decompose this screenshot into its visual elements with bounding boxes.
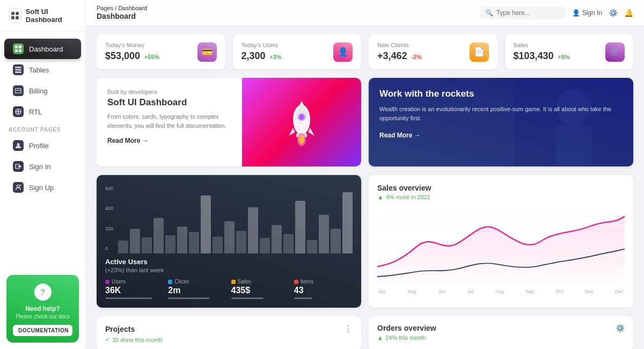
settings-icon[interactable]: ⚙️	[609, 9, 618, 17]
profile-icon	[13, 140, 24, 151]
projects-menu-icon[interactable]: ⋮	[344, 324, 353, 334]
sidebar-item-dashboard[interactable]: Dashboard	[4, 39, 81, 59]
proj-orders-row: Projects ⋮ ✓ 30 done this month Orders o…	[97, 316, 633, 349]
user-icon: 👤	[572, 9, 580, 17]
rtl-icon	[13, 106, 24, 117]
mid-row: Built by developers Soft UI Dashboard Fr…	[97, 78, 633, 166]
stat-change: -2%	[411, 54, 422, 60]
stat-label-row: Clicks	[168, 279, 226, 285]
sidebar-item-label: Billing	[29, 87, 48, 95]
promo-desc: From colors, cards, typography to comple…	[107, 112, 241, 130]
sidebar-item-profile[interactable]: Profile	[4, 135, 81, 156]
sidebar-item-label: Sign In	[29, 163, 50, 171]
sidebar: Soft UI Dashboard Dashboard Tables Billi…	[0, 0, 86, 349]
search-box[interactable]: 🔍	[480, 6, 566, 19]
help-icon: ?	[34, 283, 52, 301]
stat-card-clients: New Clients +3,462 -2% 📄	[369, 34, 497, 69]
orders-settings-icon[interactable]: ⚙️	[616, 324, 625, 332]
line-chart	[377, 206, 625, 287]
sidebar-item-billing[interactable]: Billing	[4, 81, 81, 101]
bottom-row: 6004002000	[97, 175, 633, 308]
sidebar-item-label: Tables	[29, 66, 49, 74]
y-axis: 6004002000	[105, 184, 113, 253]
promo-read-more[interactable]: Read More →	[107, 137, 149, 144]
svg-rect-7	[19, 49, 21, 52]
stat-label: Today's Users	[241, 42, 282, 48]
stat-value: +3,462	[377, 50, 407, 61]
logo-icon	[9, 8, 21, 23]
stat-info: New Clients +3,462 -2%	[377, 42, 422, 62]
stat-dot	[231, 280, 236, 284]
active-users-info: Active Users (+23%) than last week	[105, 258, 353, 273]
orders-header: Orders overview ⚙️	[377, 324, 625, 332]
chart-stat-items: Items 43	[294, 279, 353, 299]
stat-value: $53,000	[105, 50, 140, 61]
stat-info: Sales $103,430 +5%	[514, 42, 570, 62]
users-icon: 👤	[333, 42, 353, 62]
stat-dot	[105, 280, 109, 284]
stat-value-row: $53,000 +55%	[105, 50, 159, 62]
promo-title: Soft UI Dashboard	[107, 97, 241, 108]
sales-overview-card: Sales overview ▲ 4% more in 2021	[369, 175, 633, 308]
stat-label: Sales	[514, 42, 570, 48]
stat-dot	[168, 280, 172, 284]
bar-chart	[118, 189, 353, 253]
search-icon: 🔍	[485, 9, 493, 17]
topbar-right: 🔍 👤 Sign In ⚙️ 🔔	[480, 6, 633, 19]
svg-rect-5	[19, 46, 21, 48]
orders-title: Orders overview	[377, 324, 436, 332]
stat-change: +5%	[558, 54, 569, 60]
orders-overview-card: Orders overview ⚙️ ▲ 24% this month	[369, 316, 633, 349]
help-subtitle: Please check our docs	[13, 314, 72, 319]
stat-card-users: Today's Users 2,300 +3% 👤	[233, 34, 362, 69]
tables-icon	[13, 64, 24, 75]
stat-label-row: Sales	[231, 279, 290, 285]
documentation-button[interactable]: DOCUMENTATION	[13, 325, 72, 336]
stat-value: 2,300	[241, 50, 266, 61]
sidebar-item-label: Dashboard	[29, 45, 63, 53]
dashboard-icon	[13, 43, 24, 54]
sidebar-nav: Dashboard Tables Billing RTL ACCOUNT PAG…	[0, 32, 85, 275]
bell-icon[interactable]: 🔔	[624, 9, 633, 17]
x-axis-labels: AprMayJunJulAugSepOctNovDec	[377, 289, 625, 294]
signup-icon	[13, 182, 24, 193]
stat-label-row: Items	[294, 279, 353, 285]
sidebar-item-rtl[interactable]: RTL	[4, 101, 81, 122]
billing-icon	[13, 85, 24, 96]
svg-point-19	[17, 185, 20, 188]
svg-rect-0	[11, 12, 14, 15]
sidebar-item-tables[interactable]: Tables	[4, 60, 81, 80]
projects-header: Projects ⋮	[105, 324, 353, 334]
svg-rect-8	[15, 67, 21, 68]
work-title: Work with the rockets	[379, 89, 623, 99]
stat-change: +3%	[269, 54, 281, 60]
stat-change: +55%	[144, 54, 159, 60]
search-input[interactable]	[496, 9, 561, 17]
signin-link[interactable]: 👤 Sign In	[572, 9, 602, 17]
app-name: Soft UI Dashboard	[26, 8, 77, 24]
stat-number: 2m	[168, 286, 226, 295]
stat-label: New Clients	[377, 42, 422, 48]
svg-point-24	[299, 115, 304, 119]
svg-rect-4	[15, 46, 18, 48]
stat-value-row: 2,300 +3%	[241, 50, 282, 62]
active-users-card: 6004002000	[97, 175, 361, 308]
clients-icon: 📄	[470, 42, 489, 62]
sidebar-item-label: Profile	[29, 142, 49, 150]
svg-point-27	[299, 135, 304, 144]
rocket-svg	[280, 96, 323, 149]
sales-subtitle: ▲ 4% more in 2021	[377, 193, 625, 201]
work-card: Work with the rockets Wealth creation is…	[369, 78, 633, 166]
svg-rect-3	[16, 16, 19, 19]
svg-rect-10	[15, 71, 21, 73]
breadcrumb: Pages / Dashboard Dashboard	[97, 5, 147, 20]
sidebar-item-label: Sign Up	[29, 184, 54, 192]
sidebar-item-signin[interactable]: Sign In	[4, 156, 81, 177]
chart-subtitle: (+23%) than last week	[105, 267, 353, 273]
sidebar-help-card: ? Need help? Please check our docs DOCUM…	[6, 275, 79, 343]
work-read-more[interactable]: Read More →	[379, 132, 421, 139]
stat-value-row: $103,430 +5%	[514, 50, 570, 62]
promo-card: Built by developers Soft UI Dashboard Fr…	[97, 78, 361, 166]
sidebar-item-signup[interactable]: Sign Up	[4, 177, 81, 198]
svg-rect-2	[11, 16, 14, 19]
